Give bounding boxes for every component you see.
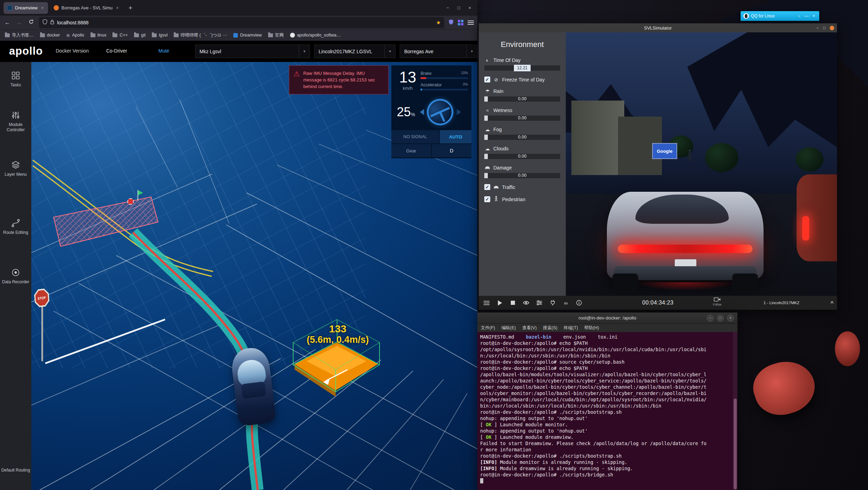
menu-hamburger-icon[interactable] [468, 21, 474, 25]
rain-slider[interactable]: 0.00 [484, 96, 560, 102]
bookmark-item[interactable]: apollo/apollo_softwa… [290, 33, 341, 38]
active-vehicle-label: 1 - Lincoln2017MKZ [764, 301, 799, 305]
terminal-close-button[interactable]: × [727, 315, 734, 322]
stop-sign: STOP [33, 289, 54, 365]
bookmark-item[interactable]: docker [40, 33, 60, 38]
sidebar-item-tasks[interactable]: Tasks [0, 71, 31, 88]
folder-icon [174, 33, 179, 37]
svl-titlebar[interactable]: SVLSimulator − □ [479, 23, 837, 32]
menu-file[interactable]: 文件(F) [481, 325, 495, 331]
imu-warning-toast[interactable]: ⚠ Raw IMU Message Delay. IMU message is … [289, 65, 389, 94]
browser-tab-bar: Dreamview × Borregas Ave - SVL Simu × + … [0, 0, 477, 16]
terminal-scrollbar[interactable] [733, 332, 737, 490]
traffic-row[interactable]: ✓ Traffic [484, 184, 560, 190]
tab-close-icon[interactable]: × [115, 5, 119, 10]
new-tab-button[interactable]: + [125, 4, 136, 12]
svl-maximize-button[interactable]: □ [823, 25, 826, 30]
bookmark-item[interactable]: lgsvl [152, 33, 167, 38]
menu-terminal[interactable]: 终端(T) [564, 325, 578, 331]
menu-help[interactable]: 帮助(H) [584, 325, 599, 331]
permissions-shield-icon[interactable] [448, 19, 454, 26]
bookmark-item[interactable]: 哔哩哔哩 (゜-゜)つロ ⋯ [174, 32, 227, 38]
settings-sliders-icon[interactable] [536, 299, 543, 306]
menu-view[interactable]: 查看(V) [522, 325, 537, 331]
wetness-slider[interactable]: 0.00 [484, 116, 560, 121]
extensions-icon[interactable] [458, 20, 463, 25]
controller-icon[interactable]: ∞ [562, 299, 569, 306]
stop-button[interactable] [509, 299, 516, 306]
scenario-select[interactable]: Borregas Ave ▾ [400, 45, 477, 58]
tab-dreamview[interactable]: Dreamview × [3, 2, 48, 14]
bookmark-item[interactable]: 官网 [268, 32, 284, 38]
tab-svl-web[interactable]: Borregas Ave - SVL Simu × [50, 2, 123, 14]
tab-close-icon[interactable]: × [40, 5, 45, 10]
terminal-output[interactable]: MANIFESTO.mdbazel-binenv.jsontox.ini roo… [477, 332, 733, 490]
bookmark-item[interactable]: Dreamview [233, 33, 262, 38]
info-icon[interactable] [576, 299, 582, 306]
map-select[interactable]: Mkz Lgsvl ▾ [195, 45, 310, 58]
qq-minimize-button[interactable]: — [804, 14, 809, 18]
terminal-titlebar[interactable]: root@in-dev-docker: /apollo − □ × [477, 313, 737, 324]
terminal-minimize-button[interactable]: − [707, 315, 714, 322]
steering-unit: % [411, 112, 415, 117]
freeze-time-row[interactable]: ✓ ⊘ Freeze Time of Day [484, 77, 560, 82]
scrollbar-thumb[interactable] [734, 398, 737, 489]
turn-right-icon [457, 109, 461, 115]
svl-3d-scene[interactable]: Google [566, 32, 837, 296]
menu-search[interactable]: 搜索(S) [543, 325, 557, 331]
rain-row: ☂ Rain [484, 88, 560, 94]
traffic-checkbox[interactable]: ✓ [484, 184, 490, 190]
fog-slider[interactable]: 0.00 [484, 135, 560, 140]
pedestrian-checkbox[interactable]: ✓ [484, 196, 490, 202]
freeze-icon: ⊘ [493, 77, 499, 82]
time-of-day-value[interactable]: 12.21 [514, 65, 531, 71]
bookmark-item[interactable]: ⊕Apollo [66, 33, 84, 38]
url-bar[interactable]: localhost:8888 ★ [39, 17, 444, 28]
menu-edit[interactable]: 编辑(E) [501, 325, 516, 331]
bookmark-item[interactable]: linux [91, 33, 107, 38]
sidebar-item-data-recorder[interactable]: Data Recorder [0, 268, 31, 285]
bookmark-star-icon[interactable]: ★ [436, 19, 441, 26]
dreamview-3d-view[interactable]: ⚠ Raw IMU Message Delay. IMU message is … [31, 62, 477, 490]
bookmark-item[interactable]: C++ [112, 33, 128, 38]
qq-close-button[interactable]: × [811, 14, 816, 18]
svl-window-title: SVLSimulator [479, 25, 837, 31]
sidebar-item-module-controller[interactable]: Module Controller [0, 111, 31, 133]
window-minimize-button[interactable]: − [446, 5, 449, 10]
bookmark-item[interactable]: git [134, 33, 146, 38]
play-button[interactable] [496, 299, 503, 306]
damage-slider[interactable]: 0.00 [484, 173, 560, 178]
menu-icon[interactable] [483, 299, 490, 306]
clouds-slider[interactable]: 0.00 [484, 154, 560, 159]
co-driver-button[interactable]: Co-Driver [106, 48, 127, 54]
bookmark-item[interactable]: 导入书签… [5, 32, 34, 38]
vehicle-select[interactable]: Lincoln2017MKZ LGSVL ▾ [314, 45, 396, 58]
window-close-button[interactable]: × [468, 5, 471, 10]
sidebar-item-route-editing[interactable]: Route Editing [0, 219, 31, 235]
shield-icon[interactable] [42, 19, 47, 26]
mute-button[interactable]: Mute [158, 48, 169, 54]
freeze-checkbox[interactable]: ✓ [484, 77, 490, 82]
window-maximize-button[interactable]: □ [458, 5, 460, 10]
chevron-up-icon[interactable]: ^ [830, 300, 834, 306]
fog-icon: ☁ [484, 127, 491, 132]
sidebar-item-layer-menu[interactable]: Layer Menu [0, 160, 31, 177]
terminal-maximize-button[interactable]: □ [717, 315, 724, 322]
svl-minimize-button[interactable]: − [816, 25, 819, 30]
svl-close-button[interactable] [830, 26, 834, 30]
qq-bosskey-icon[interactable]: ▫ [797, 14, 802, 18]
clouds-row: ☁ Clouds [484, 146, 560, 151]
visibility-eye-icon[interactable] [523, 299, 530, 306]
plug-api-icon[interactable] [549, 299, 556, 306]
qq-window-titlebar[interactable]: QQ for Linux ▫ — × [741, 11, 819, 21]
reload-button[interactable] [27, 19, 35, 26]
lock-icon[interactable] [50, 19, 54, 26]
time-of-day-slider[interactable]: 12.21 [484, 65, 560, 71]
back-button[interactable]: ← [3, 19, 11, 26]
url-text[interactable]: localhost:8888 [57, 20, 433, 25]
tail-light-glow [624, 282, 746, 293]
camera-follow-control[interactable]: Follow [713, 297, 721, 306]
forward-button[interactable]: → [15, 19, 23, 26]
pedestrian-row[interactable]: ✓ Pedestrian [484, 196, 560, 203]
sidebar-item-default-routing[interactable]: Default Routing [0, 468, 31, 473]
